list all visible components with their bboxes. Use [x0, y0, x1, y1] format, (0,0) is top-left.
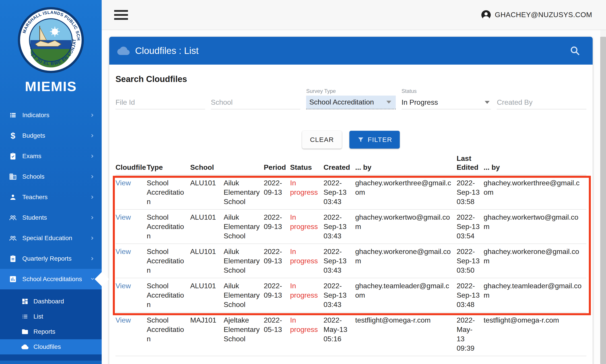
table-header-row: Cloudfile Type School Period Status Crea…	[116, 154, 586, 175]
cell-school-name: Ajeltake Elementary School	[224, 312, 264, 356]
sidebar-item-schools[interactable]: Schools	[0, 166, 102, 187]
hamburger-icon	[114, 10, 128, 12]
view-link[interactable]: View	[116, 179, 131, 187]
cell-type: School Accreditation	[147, 244, 190, 278]
cloudfiles-list-card: Cloudfiles : List Search Cloudfiles	[109, 37, 593, 364]
cloudfiles-table: Cloudfile Type School Period Status Crea…	[116, 154, 586, 356]
status-field: Status In Progress	[402, 88, 491, 109]
cell-type: School Accreditation	[147, 312, 190, 356]
status-select[interactable]: In Progress	[402, 96, 491, 109]
cell-school-code: ALU101	[190, 244, 224, 278]
people-icon	[9, 214, 17, 222]
building-icon	[9, 173, 17, 181]
sidebar-nav: Indicators $ Budgets Exams Schools Te	[0, 105, 102, 361]
sidebar-subitem-cloudfiles[interactable]: Cloudfiles	[0, 339, 102, 354]
sidebar-item-special-education[interactable]: Special Education	[0, 228, 102, 248]
table-row: View School Accreditation ALU101 Ailuk E…	[116, 175, 586, 209]
survey-type-value: School Accreditation	[309, 98, 386, 106]
dollar-icon: $	[9, 132, 17, 140]
sidebar-item-quarterly-reports[interactable]: Quarterly Reports	[0, 248, 102, 269]
sidebar-item-exams[interactable]: Exams	[0, 146, 102, 166]
cell-period: 2022-09-13	[264, 278, 290, 312]
folder-icon	[21, 328, 28, 335]
cell-period: 2022-09-13	[264, 244, 290, 278]
dropdown-arrow-icon	[386, 101, 391, 104]
search-icon[interactable]	[569, 45, 580, 56]
cell-edited-by: testflight@omega-r.com	[484, 312, 586, 356]
cloud-icon	[117, 45, 130, 57]
created-by-input[interactable]	[497, 96, 586, 109]
col-header-created-by: ... by	[355, 154, 457, 175]
people-icon	[9, 234, 17, 242]
view-link[interactable]: View	[116, 247, 131, 256]
chevron-right-icon	[89, 132, 96, 139]
sidebar-item-label: Special Education	[22, 234, 89, 242]
dashboard-icon	[21, 298, 28, 305]
chevron-right-icon	[89, 153, 96, 159]
filter-button-label: FILTER	[368, 136, 392, 143]
app-brand-title: MIEMIS	[0, 78, 102, 94]
cell-cloudfile: View	[116, 312, 147, 356]
survey-type-field: Survey Type School Accreditation	[306, 88, 396, 109]
person-icon	[9, 193, 17, 201]
col-header-school-name	[224, 154, 264, 175]
cell-edited-by: ghachey.workerthree@gmail.com	[484, 175, 586, 209]
cell-type: School Accreditation	[147, 278, 190, 312]
sidebar-item-teachers[interactable]: Teachers	[0, 187, 102, 208]
sidebar-subitem-dashboard[interactable]: Dashboard	[0, 294, 102, 309]
clear-button[interactable]: CLEAR	[302, 131, 342, 149]
scrollbar-thumb[interactable]	[600, 37, 606, 364]
col-header-cloudfile: Cloudfile	[116, 154, 147, 175]
table-row: View School Accreditation ALU101 Ailuk E…	[116, 244, 586, 278]
user-account-menu[interactable]: GHACHEY@NUZUSYS.COM	[481, 10, 592, 20]
sidebar-subitem-list[interactable]: List	[0, 309, 102, 324]
main-content: Cloudfiles : List Search Cloudfiles	[102, 30, 600, 364]
cell-created-by: ghachey.workerthree@gmail.com	[355, 175, 457, 209]
user-email: GHACHEY@NUZUSYS.COM	[495, 11, 592, 19]
sidebar-item-label: Schools	[22, 173, 89, 180]
sidebar-item-label: Indicators	[22, 112, 89, 119]
view-link[interactable]: View	[116, 213, 131, 221]
cell-type: School Accreditation	[147, 209, 190, 244]
sidebar-subitem-reports[interactable]: Reports	[0, 324, 102, 339]
sidebar-item-label: Quarterly Reports	[22, 255, 89, 262]
cell-school-code: ALU101	[190, 278, 224, 312]
cell-edited-by: ghachey.teamleader@gmail.com	[484, 278, 586, 312]
survey-type-label: Survey Type	[306, 88, 396, 96]
survey-type-select[interactable]: School Accreditation	[306, 96, 396, 109]
cell-school-code: ALU101	[190, 175, 224, 209]
cloudfiles-table-wrap: Cloudfile Type School Period Status Crea…	[116, 154, 586, 356]
sidebar-subitem-label: Reports	[33, 328, 55, 335]
file-id-input[interactable]	[116, 96, 205, 109]
cell-school-code: MAJ101	[190, 312, 224, 356]
school-input[interactable]	[211, 96, 301, 109]
list-icon	[21, 313, 28, 320]
cloud-icon	[21, 343, 28, 351]
menu-toggle-button[interactable]	[114, 10, 128, 20]
cell-edited-by: ghachey.workertwo@gmail.com	[484, 209, 586, 244]
filter-button[interactable]: FILTER	[349, 131, 400, 149]
school-system-seal-logo: MARSHALL ISLANDS PUBLIC SCHOOL SYSTEM "E…	[0, 0, 102, 74]
cell-created: 2022-Sep-13 03:43	[323, 209, 355, 244]
cell-cloudfile: View	[116, 209, 147, 244]
cell-last-edited: 2022-May-13 09:39	[457, 312, 484, 356]
view-link[interactable]: View	[116, 282, 131, 290]
filters-row: Survey Type School Accreditation Status …	[116, 88, 586, 109]
sidebar-subitem-label: List	[33, 313, 43, 320]
cell-school-name: Ailuk Elementary School	[224, 244, 264, 278]
cell-last-edited: 2022-Sep-13 03:58	[457, 175, 484, 209]
cell-status: In progress	[290, 244, 323, 278]
clipboard-check-icon	[9, 152, 17, 160]
sidebar-item-label: Budgets	[22, 132, 89, 139]
sidebar-item-label: Exams	[22, 153, 89, 160]
account-circle-icon	[481, 10, 491, 20]
cell-school-code: ALU101	[190, 209, 224, 244]
created-by-field	[497, 88, 586, 109]
sidebar-item-indicators[interactable]: Indicators	[0, 105, 102, 125]
col-header-period: Period	[264, 154, 290, 175]
sidebar-item-school-accreditations[interactable]: School Accreditations	[0, 269, 102, 289]
view-link[interactable]: View	[116, 316, 131, 324]
sidebar-item-budgets[interactable]: $ Budgets	[0, 125, 102, 146]
filter-buttons: CLEAR FILTER	[116, 131, 586, 149]
sidebar-item-students[interactable]: Students	[0, 208, 102, 228]
